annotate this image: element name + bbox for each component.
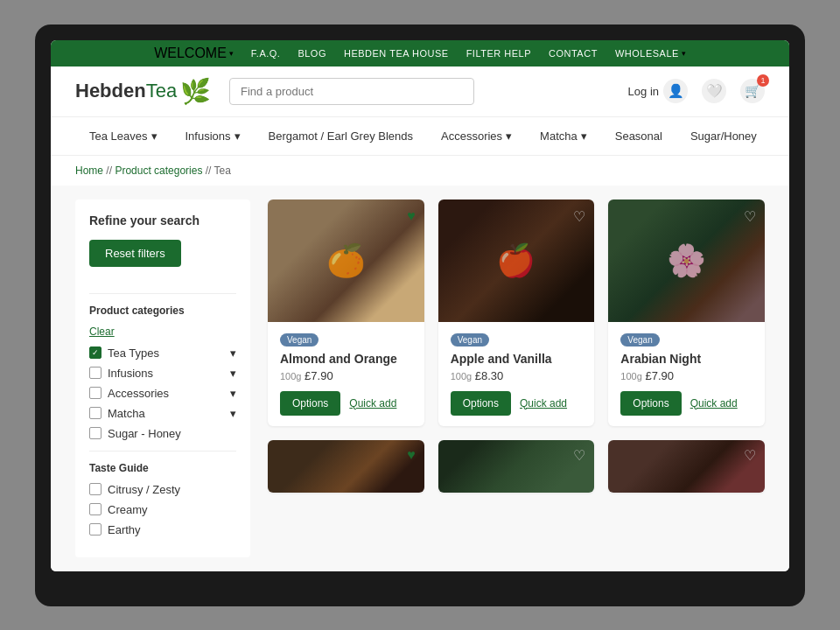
nav-infusions[interactable]: Infusions ▾ [172, 117, 255, 155]
categories-section-title: Product categories [89, 304, 236, 317]
nav-seasonal[interactable]: Seasonal [601, 117, 676, 155]
vegan-badge-1: Vegan [451, 333, 489, 346]
quick-add-1[interactable]: Quick add [520, 397, 567, 410]
heart-icon: 🤍 [702, 79, 726, 103]
options-button-2[interactable]: Options [620, 391, 681, 416]
product-actions-2: Options Quick add [620, 391, 752, 416]
filter-label-matcha: Matcha [108, 407, 145, 420]
sidebar: Refine your search Reset filters Product… [75, 200, 250, 557]
wishlist-icon-2[interactable]: ♡ [744, 208, 756, 225]
wishlist-icon-0[interactable]: ♥ [407, 208, 416, 224]
options-button-0[interactable]: Options [280, 391, 340, 416]
filter-sugar-honey[interactable]: Sugar - Honey [89, 427, 236, 440]
login-button[interactable]: Log in 👤 [628, 79, 688, 103]
logo[interactable]: HebdenTea 🌿 [75, 77, 215, 106]
breadcrumb-product-categories[interactable]: Product categories [115, 164, 202, 177]
sidebar-divider [89, 293, 236, 294]
clear-link[interactable]: Clear [89, 326, 236, 338]
checkbox-tea-types[interactable] [89, 346, 102, 359]
product-card-bottom-2: ♡ [608, 440, 765, 493]
topbar-tea-house[interactable]: HEBDEN TEA HOUSE [344, 48, 449, 59]
nav-bergamot[interactable]: Bergamot / Earl Grey Blends [255, 117, 427, 155]
login-label: Log in [628, 85, 659, 98]
product-image-1: 🍎 [438, 200, 595, 322]
chevron-down-icon: ▾ [230, 407, 236, 420]
sidebar-divider-2 [89, 451, 236, 452]
product-name-1: Apple and Vanilla [451, 352, 583, 366]
product-price-2: 100g £7.90 [620, 369, 752, 382]
filter-creamy[interactable]: Creamy [89, 503, 236, 516]
wishlist-icon-bottom-2[interactable]: ♡ [744, 447, 756, 464]
topbar-contact[interactable]: CONTACT [549, 48, 598, 59]
wishlist-icon-bottom-1[interactable]: ♡ [573, 447, 585, 464]
chevron-down-icon: ▾ [682, 49, 686, 58]
product-name-2: Arabian Night [620, 352, 752, 366]
filter-tea-types[interactable]: Tea Types ▾ [89, 346, 236, 360]
header: HebdenTea 🌿 Log in 👤 🤍 🛒 1 [51, 66, 789, 117]
filter-label-earthy: Earthy [108, 523, 141, 536]
sidebar-heading: Refine your search [89, 214, 236, 228]
vegan-badge-0: Vegan [280, 333, 318, 346]
product-image-2: 🌸 [608, 200, 765, 322]
filter-earthy[interactable]: Earthy [89, 523, 236, 536]
topbar-faq[interactable]: F.A.Q. [251, 48, 281, 59]
filter-label-tea-types: Tea Types [108, 346, 159, 360]
nav-tea-leaves[interactable]: Tea Leaves ▾ [75, 117, 172, 155]
topbar-blog[interactable]: BLOG [298, 48, 326, 59]
products-area: 🍊 ♥ Vegan Almond and Orange 100g £7.90 O [268, 200, 765, 557]
wishlist-icon-1[interactable]: ♡ [573, 208, 585, 225]
cart-button[interactable]: 🛒 1 [740, 79, 765, 103]
topbar-wholesale[interactable]: WHOLESALE ▾ [615, 48, 686, 59]
chevron-down-icon: ▾ [230, 387, 236, 400]
checkbox-sugar-honey[interactable] [89, 427, 102, 439]
checkbox-earthy[interactable] [89, 523, 102, 536]
chevron-down-icon: ▾ [230, 346, 236, 360]
product-image-0: 🍊 [268, 200, 424, 322]
quick-add-2[interactable]: Quick add [690, 397, 738, 410]
topbar-filter-help[interactable]: FILTER HELP [466, 48, 531, 59]
breadcrumb-current: Tea [214, 164, 231, 177]
options-button-1[interactable]: Options [451, 391, 511, 416]
product-card-1: 🍎 ♡ Vegan Apple and Vanilla 100g £8.30 O [438, 200, 595, 426]
wishlist-button[interactable]: 🤍 [702, 79, 726, 103]
nav-matcha[interactable]: Matcha ▾ [526, 117, 601, 155]
breadcrumb-home[interactable]: Home [75, 164, 103, 177]
filter-infusions[interactable]: Infusions ▾ [89, 367, 236, 380]
product-card-2: 🌸 ♡ Vegan Arabian Night 100g £7.90 Optio [608, 200, 765, 426]
chevron-down-icon: ▾ [151, 130, 158, 143]
chevron-down-icon: ▾ [230, 367, 236, 380]
product-price-1: 100g £8.30 [451, 369, 583, 382]
laptop-screen: WELCOME ▾ F.A.Q. BLOG HEBDEN TEA HOUSE F… [51, 40, 789, 571]
product-image-bottom-0 [268, 440, 424, 493]
product-price-0: 100g £7.90 [280, 369, 412, 382]
search-input[interactable] [229, 78, 474, 105]
filter-matcha[interactable]: Matcha ▾ [89, 407, 236, 420]
products-grid: 🍊 ♥ Vegan Almond and Orange 100g £7.90 O [268, 200, 765, 493]
checkbox-accessories[interactable] [89, 387, 102, 399]
chevron-down-icon: ▾ [229, 49, 234, 58]
product-card-bottom-1: ♡ [438, 440, 595, 493]
filter-label-sugar-honey: Sugar - Honey [108, 427, 181, 440]
product-actions-1: Options Quick add [451, 391, 583, 416]
nav-accessories[interactable]: Accessories ▾ [427, 117, 526, 155]
wishlist-icon-bottom-0[interactable]: ♥ [407, 447, 416, 463]
quick-add-0[interactable]: Quick add [349, 397, 396, 410]
checkbox-creamy[interactable] [89, 503, 102, 515]
checkbox-matcha[interactable] [89, 407, 102, 419]
breadcrumb: Home // Product categories // Tea [51, 156, 789, 186]
filter-accessories[interactable]: Accessories ▾ [89, 387, 236, 400]
reset-filters-button[interactable]: Reset filters [89, 240, 181, 267]
filter-citrusy[interactable]: Citrusy / Zesty [89, 483, 236, 496]
checkbox-citrusy[interactable] [89, 483, 102, 495]
topbar-welcome[interactable]: WELCOME ▾ [154, 46, 234, 61]
taste-section-title: Taste Guide [89, 462, 236, 474]
product-info-1: Vegan Apple and Vanilla 100g £8.30 Optio… [438, 322, 595, 426]
nav-menu: Tea Leaves ▾ Infusions ▾ Bergamot / Earl… [51, 117, 789, 156]
product-name-0: Almond and Orange [280, 352, 412, 366]
product-card-0: 🍊 ♥ Vegan Almond and Orange 100g £7.90 O [268, 200, 424, 426]
chevron-down-icon: ▾ [581, 130, 587, 143]
checkbox-infusions[interactable] [89, 367, 102, 379]
nav-sugar-honey[interactable]: Sugar/Honey [676, 117, 771, 155]
vegan-badge-2: Vegan [620, 333, 659, 346]
logo-light: Tea [146, 80, 177, 102]
